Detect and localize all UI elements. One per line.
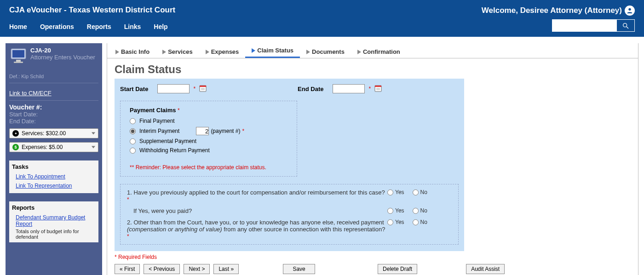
last-button[interactable]: Last »: [213, 264, 239, 274]
expenses-dropdown[interactable]: $ Expenses: $5.00: [9, 142, 98, 152]
voucher-role: Attorney Enters Voucher: [30, 54, 95, 61]
welcome-label: Welcome, Desiree Attorney (Attorney): [482, 6, 635, 16]
q1b-no[interactable]: [413, 208, 419, 214]
clock-icon: ✦: [12, 130, 19, 137]
svg-line-2: [627, 27, 628, 29]
topbar: CJA eVoucher - Texas Western District Co…: [0, 0, 644, 37]
sidebar-start-date: Start Date:: [9, 111, 98, 118]
radio-final-payment[interactable]: [130, 118, 136, 124]
radio-interim-payment[interactable]: [130, 128, 136, 134]
tab-claim-status[interactable]: Claim Status: [245, 44, 300, 58]
question-1b: If Yes, were you paid?: [127, 207, 387, 214]
tab-confirmation[interactable]: Confirmation: [351, 46, 407, 58]
nav-links[interactable]: Links: [124, 23, 141, 30]
tab-services[interactable]: Services: [156, 46, 199, 58]
reports-panel: Reports Defendant Summary Budget Report …: [9, 201, 98, 242]
calendar-icon[interactable]: [199, 85, 207, 93]
report-note: Totals only of budget info for defendant: [12, 229, 96, 240]
first-button[interactable]: « First: [115, 264, 140, 274]
questions-box: 1. Have you previously applied to the co…: [120, 184, 459, 245]
radio-withholding-return[interactable]: [130, 148, 136, 154]
claim-form-area: Start Date * End Date * Payment Claims: [115, 79, 464, 251]
delete-draft-button[interactable]: Delete Draft: [378, 264, 417, 274]
question-2: 2. Other than from the Court, have you, …: [127, 219, 387, 240]
main: Basic Info Services Expenses Claim Statu…: [107, 43, 638, 275]
required-star: *: [193, 86, 196, 92]
nav-reports[interactable]: Reports: [87, 23, 111, 30]
svg-rect-4: [12, 50, 24, 57]
claim-reminder: ** Reminder: Please select the appropria…: [130, 164, 288, 171]
tasks-heading: Tasks: [12, 163, 96, 170]
svg-marker-7: [115, 50, 119, 54]
link-budget-report[interactable]: Defendant Summary Budget Report: [12, 213, 96, 229]
required-star: *: [368, 86, 371, 92]
payment-claims-label: Payment Claims: [130, 107, 176, 114]
start-date-label: Start Date: [120, 86, 148, 92]
audit-assist-button[interactable]: Audit Assist: [466, 264, 505, 274]
nav-help[interactable]: Help: [154, 23, 167, 30]
end-date-label: End Date: [298, 86, 323, 92]
tab-basic-info[interactable]: Basic Info: [109, 46, 156, 58]
svg-marker-11: [306, 50, 310, 54]
link-appointment[interactable]: Link To Appointment: [12, 172, 96, 181]
q2-yes[interactable]: [387, 219, 393, 225]
svg-rect-5: [16, 60, 21, 62]
sidebar: CJA-20 Attorney Enters Voucher Def.: Kip…: [6, 43, 102, 275]
payment-claims-fieldset: Payment Claims * Final Payment Interim P…: [120, 101, 297, 177]
previous-button[interactable]: < Previous: [144, 264, 180, 274]
svg-marker-10: [252, 48, 255, 53]
voucher-number-header: Voucher #:: [9, 103, 98, 111]
sidebar-end-date: End Date:: [9, 118, 98, 125]
end-date-input[interactable]: [333, 84, 365, 93]
q1-yes[interactable]: [387, 189, 393, 195]
nav-home[interactable]: Home: [9, 23, 27, 30]
tabs-row: Basic Info Services Expenses Claim Statu…: [107, 43, 638, 58]
monitor-icon: [9, 47, 28, 65]
radio-supplemental-payment[interactable]: [130, 138, 136, 144]
link-cmecf[interactable]: Link to CM/ECF: [9, 90, 98, 97]
services-dropdown[interactable]: ✦ Services: $302.00: [9, 128, 98, 138]
nav-operations[interactable]: Operations: [40, 23, 74, 30]
save-button[interactable]: Save: [283, 264, 315, 274]
reports-heading: Reports: [12, 204, 96, 211]
search-button[interactable]: [616, 19, 635, 32]
tasks-panel: Tasks Link To Appointment Link To Repres…: [9, 160, 98, 193]
svg-marker-9: [206, 50, 209, 54]
start-date-input[interactable]: [157, 84, 190, 93]
money-icon: $: [12, 144, 19, 150]
required-legend: * Required Fields: [115, 254, 631, 260]
voucher-code: CJA-20: [30, 47, 95, 54]
svg-point-0: [628, 8, 631, 11]
next-button[interactable]: Next >: [184, 264, 210, 274]
svg-marker-12: [357, 50, 361, 54]
search-wrap: [552, 19, 635, 32]
calendar-icon[interactable]: [374, 85, 382, 93]
q1-no[interactable]: [413, 189, 419, 195]
q1b-yes[interactable]: [387, 208, 393, 214]
search-input[interactable]: [552, 19, 616, 32]
content: Claim Status Start Date * End Date *: [107, 58, 638, 275]
svg-rect-14: [200, 86, 206, 87]
top-nav: Home Operations Reports Links Help: [9, 15, 635, 30]
svg-marker-8: [162, 50, 166, 54]
page-heading: Claim Status: [115, 63, 631, 76]
tab-expenses[interactable]: Expenses: [199, 46, 246, 58]
user-icon[interactable]: [625, 6, 635, 16]
svg-point-1: [623, 23, 627, 27]
svg-rect-6: [14, 62, 23, 63]
interim-number-input[interactable]: [196, 127, 209, 135]
tab-documents[interactable]: Documents: [300, 46, 351, 58]
button-row: « First < Previous Next > Last » Save De…: [115, 264, 631, 274]
search-icon: [622, 22, 629, 29]
q2-no[interactable]: [413, 219, 419, 225]
question-1: 1. Have you previously applied to the co…: [127, 189, 387, 203]
defendant-label: Def.: Kip Schild: [9, 74, 98, 79]
link-representation[interactable]: Link To Representation: [12, 181, 96, 190]
svg-rect-18: [375, 86, 381, 87]
